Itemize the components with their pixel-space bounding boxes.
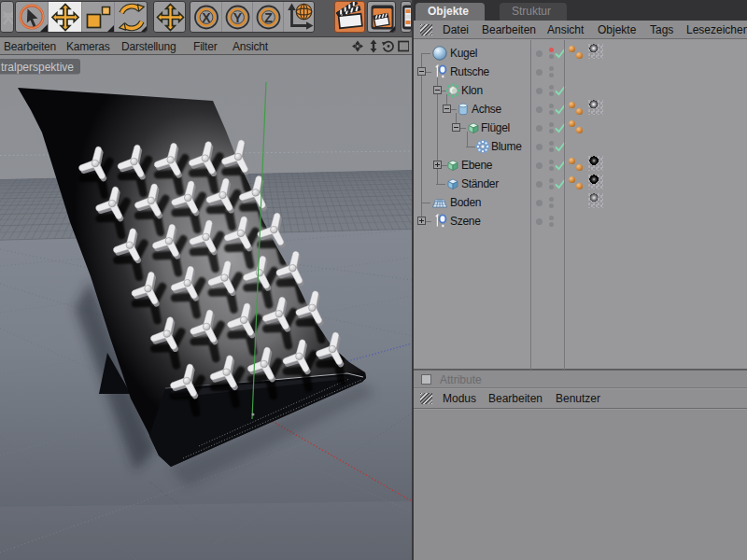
- svg-text:X: X: [202, 10, 211, 25]
- svg-text:tralperspektive: tralperspektive: [1, 61, 74, 74]
- svg-text:Y: Y: [233, 10, 243, 25]
- svg-text:Z: Z: [264, 10, 273, 25]
